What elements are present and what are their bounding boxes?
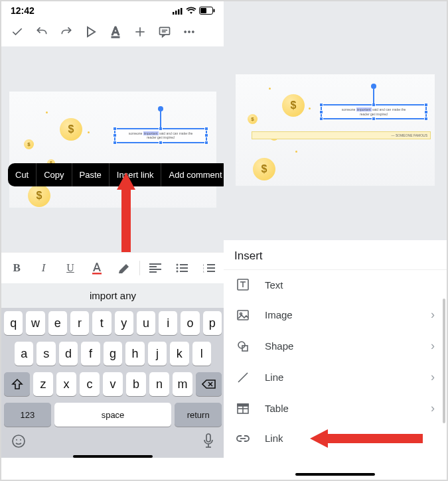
text-color-button[interactable] [84, 257, 110, 279]
svg-point-49 [238, 342, 245, 348]
present-icon[interactable] [83, 24, 99, 40]
add-icon[interactable] [132, 24, 148, 40]
text-format-icon[interactable] [108, 24, 123, 40]
insert-shape[interactable]: Shape › [224, 330, 447, 362]
key-space[interactable]: space [54, 403, 172, 427]
key-c[interactable]: c [80, 372, 100, 396]
attribution-text: — SOMEONE FAMOUS [392, 133, 427, 137]
redo-icon[interactable] [58, 24, 74, 40]
text-icon [236, 279, 250, 291]
rotate-handle[interactable] [158, 106, 163, 111]
shape-icon [236, 340, 250, 352]
key-x[interactable]: x [56, 372, 76, 396]
key-return[interactable]: return [175, 403, 222, 427]
svg-rect-6 [214, 9, 215, 13]
svg-rect-41 [206, 434, 210, 442]
italic-button[interactable]: I [31, 257, 56, 279]
key-h[interactable]: h [125, 342, 144, 366]
insert-image[interactable]: Image › [224, 299, 447, 330]
svg-point-40 [20, 439, 21, 441]
slide-canvas[interactable]: $ $ $ $ someone important said and can m… [1, 46, 224, 252]
quote-line1-start: someone [342, 107, 356, 111]
keyboard[interactable]: import any q w e r t y u i o p a s d f g… [1, 283, 224, 458]
insert-link[interactable]: Link [224, 424, 447, 452]
key-k[interactable]: k [170, 342, 188, 366]
underline-button[interactable]: U [58, 257, 83, 279]
confirm-icon[interactable] [9, 24, 25, 40]
comment-icon[interactable] [157, 24, 173, 40]
key-a[interactable]: a [15, 342, 33, 366]
key-r[interactable]: r [70, 311, 89, 335]
key-j[interactable]: j [148, 342, 167, 366]
key-n[interactable]: n [149, 372, 169, 396]
key-t[interactable]: t [92, 311, 111, 335]
key-o[interactable]: o [181, 311, 199, 335]
insert-table[interactable]: Table › [224, 393, 447, 424]
quote-line1-start: someone [129, 131, 143, 135]
key-y[interactable]: y [115, 311, 133, 335]
svg-point-38 [13, 435, 25, 447]
key-m[interactable]: m [173, 372, 192, 396]
line-icon [236, 372, 250, 383]
dictation-icon[interactable] [202, 433, 215, 452]
key-i[interactable]: i [159, 311, 177, 335]
ctx-cut[interactable]: Cut [8, 163, 37, 186]
bold-button[interactable]: B [4, 257, 29, 279]
emoji-icon[interactable] [11, 433, 27, 452]
key-q[interactable]: q [4, 311, 23, 335]
key-numeric[interactable]: 123 [4, 403, 51, 427]
key-s[interactable]: s [37, 342, 55, 366]
more-icon[interactable] [181, 24, 197, 40]
slide-canvas-right[interactable]: $ $ $ $ someone important said and can m… [224, 1, 447, 240]
slide[interactable]: $ $ $ $ someone important said and can m… [236, 74, 435, 186]
ctx-copy[interactable]: Copy [37, 163, 72, 186]
screenshot-left: 12:42 $ $ $ $ [1, 1, 225, 480]
signal-icon [173, 7, 183, 15]
key-v[interactable]: v [103, 372, 123, 396]
selected-textbox[interactable]: someone important said and can make the … [114, 128, 207, 143]
ctx-insert-link[interactable]: Insert link [110, 163, 162, 186]
svg-rect-0 [173, 12, 175, 15]
key-g[interactable]: g [104, 342, 122, 366]
key-e[interactable]: e [48, 311, 67, 335]
svg-point-39 [16, 439, 17, 441]
ctx-add-comment[interactable]: Add comment [161, 163, 229, 186]
key-z[interactable]: z [33, 372, 53, 396]
attribution-textbox[interactable]: — SOMEONE FAMOUS [252, 131, 431, 139]
status-bar: 12:42 [1, 1, 224, 17]
key-l[interactable]: l [192, 342, 211, 366]
key-f[interactable]: f [81, 342, 100, 366]
insert-text[interactable]: Text [224, 270, 447, 299]
insert-line[interactable]: Line › [224, 362, 447, 393]
key-b[interactable]: b [126, 372, 146, 396]
key-backspace[interactable] [196, 372, 222, 396]
ctx-paste[interactable]: Paste [72, 163, 110, 186]
key-p[interactable]: p [203, 311, 222, 335]
svg-rect-19 [92, 273, 102, 275]
context-menu: Cut Copy Paste Insert link Add comment [8, 163, 230, 186]
highlight-button[interactable] [112, 257, 137, 279]
key-shift[interactable] [4, 372, 30, 396]
svg-rect-5 [200, 8, 206, 13]
align-left-button[interactable] [143, 257, 168, 279]
key-w[interactable]: w [26, 311, 44, 335]
image-icon [236, 309, 250, 321]
status-time: 12:42 [11, 5, 35, 16]
keyboard-suggestion[interactable]: import any [1, 283, 224, 308]
rotate-handle[interactable] [371, 84, 376, 89]
screenshot-right: $ $ $ $ someone important said and can m… [224, 1, 447, 480]
chevron-right-icon: › [431, 370, 435, 384]
quote-line1-end: said and can make the [159, 131, 192, 135]
svg-point-14 [185, 31, 187, 33]
key-d[interactable]: d [59, 342, 78, 366]
bulleted-list-button[interactable] [169, 257, 194, 279]
svg-rect-8 [112, 36, 119, 38]
slide[interactable]: $ $ $ $ someone important said and can m… [9, 92, 216, 208]
home-indicator[interactable] [295, 473, 375, 476]
numbered-list-button[interactable]: 123 [196, 257, 222, 279]
home-indicator[interactable] [73, 455, 153, 458]
key-u[interactable]: u [137, 311, 155, 335]
selected-textbox[interactable]: someone important said and can make the … [321, 104, 427, 119]
undo-icon[interactable] [34, 24, 50, 40]
wifi-icon [186, 7, 196, 15]
